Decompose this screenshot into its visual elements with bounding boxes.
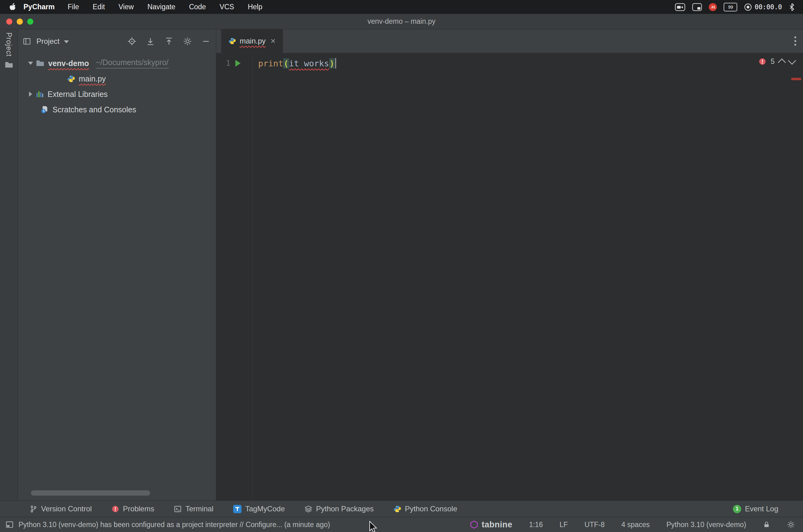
encoding-widget[interactable]: UTF-8 — [585, 520, 605, 529]
next-error-icon[interactable] — [788, 56, 796, 65]
interpreter-widget[interactable]: Python 3.10 (venv-demo) — [667, 520, 746, 529]
tabnine-label: tabnine — [481, 520, 512, 530]
editor-tabbar: main.py — [216, 29, 803, 53]
project-folder-icon[interactable] — [5, 61, 13, 69]
locate-icon[interactable] — [127, 36, 137, 46]
toolwindow-problems[interactable]: Problems — [111, 505, 154, 513]
caret-position-widget[interactable]: 1:16 — [529, 520, 543, 529]
record-time: 00:00.0 — [754, 3, 782, 11]
run-line-icon[interactable] — [235, 60, 241, 66]
battery-icon[interactable]: 99 — [724, 3, 737, 12]
traffic-lights — [6, 19, 33, 25]
status-message[interactable]: Python 3.10 (venv-demo) has been configu… — [19, 520, 330, 529]
error-stripe-mark[interactable] — [791, 78, 801, 80]
problems-icon — [111, 505, 119, 513]
project-tool-icon — [23, 37, 31, 45]
macos-menubar: PyCharm File Edit View Navigate Code VCS… — [0, 0, 803, 14]
menubar-status-icons: .01 99 00:00.0 — [675, 3, 795, 12]
toolwindow-tagmycode[interactable]: TagMyCode — [233, 505, 285, 513]
lock-icon[interactable] — [763, 521, 770, 528]
token-print: print — [258, 59, 283, 68]
toolwindow-label: Python Console — [405, 505, 457, 513]
menu-view[interactable]: View — [112, 3, 141, 11]
editor-gutter: 1 — [216, 56, 253, 500]
statusbar: Python 3.10 (venv-demo) has been configu… — [0, 517, 803, 532]
tab-options-kebab-icon[interactable] — [795, 36, 796, 46]
toolwindow-version-control[interactable]: Version Control — [30, 505, 92, 513]
left-tool-stripe: Project — [0, 29, 18, 500]
line-separator-widget[interactable]: LF — [560, 520, 568, 529]
tree-row-venv-demo[interactable]: venv-demo ~/Documents/skypro/ — [18, 56, 216, 71]
collapse-all-icon[interactable] — [164, 36, 174, 46]
error-count: 5 — [770, 57, 774, 66]
terminal-icon — [174, 505, 182, 513]
toolwindow-label: TagMyCode — [245, 505, 285, 513]
tree-item-path: ~/Documents/skypro/ — [96, 58, 169, 69]
menu-navigate[interactable]: Navigate — [141, 3, 182, 11]
close-icon[interactable] — [271, 37, 275, 45]
scratches-icon — [41, 106, 49, 114]
display-icon[interactable] — [692, 3, 702, 11]
python-file-icon — [229, 37, 236, 45]
toolwindow-label: Python Packages — [316, 505, 374, 513]
code-line-1[interactable]: print(it works) — [253, 56, 803, 71]
code-area[interactable]: print(it works) — [253, 56, 803, 500]
apple-icon[interactable] — [8, 3, 17, 11]
project-stripe-button[interactable]: Project — [5, 32, 13, 57]
tag-icon — [233, 505, 241, 513]
bluetooth-icon[interactable] — [789, 3, 795, 12]
gear-icon[interactable] — [787, 520, 795, 529]
toolwindow-label: Problems — [123, 505, 154, 513]
caret-down-icon[interactable] — [64, 40, 69, 43]
project-view-selector[interactable]: Project — [36, 37, 60, 46]
expand-all-icon[interactable] — [145, 36, 156, 46]
panel-header-actions — [127, 36, 211, 46]
token-open-paren: ( — [283, 58, 289, 69]
toolwindow-python-console[interactable]: Python Console — [394, 505, 457, 513]
inspection-widget[interactable]: 5 — [759, 57, 795, 66]
chevron-down-icon[interactable] — [28, 62, 33, 65]
toolwindow-event-log[interactable]: 1 Event Log — [733, 505, 778, 513]
tree-item-label: External Libraries — [48, 90, 108, 99]
tree-row-external-libraries[interactable]: External Libraries — [18, 87, 216, 102]
libraries-icon — [36, 90, 44, 98]
tab-main-py[interactable]: main.py — [221, 29, 283, 53]
toolwindow-python-packages[interactable]: Python Packages — [305, 505, 374, 513]
menu-code[interactable]: Code — [182, 3, 213, 11]
editor-content[interactable]: 1 print(it works) 5 — [216, 53, 803, 500]
camera-icon[interactable] — [675, 3, 685, 11]
tree-row-scratches[interactable]: Scratches and Consoles — [18, 102, 216, 117]
branch-icon — [30, 505, 37, 513]
previous-error-icon[interactable] — [778, 58, 786, 66]
app-menu-pycharm[interactable]: PyCharm — [20, 3, 61, 11]
menu-file[interactable]: File — [61, 3, 86, 11]
tree-item-label: main.py — [79, 74, 106, 83]
gear-icon[interactable] — [183, 36, 193, 46]
indent-widget[interactable]: 4 spaces — [621, 520, 650, 529]
hide-icon[interactable] — [201, 36, 211, 46]
tree-row-main-py[interactable]: main.py — [18, 71, 216, 87]
line-number: 1 — [216, 59, 231, 68]
editor-area: main.py 1 print(it works) — [216, 29, 803, 500]
menu-help[interactable]: Help — [241, 3, 269, 11]
minimize-window-button[interactable] — [17, 19, 23, 25]
tabnine-widget[interactable]: tabnine — [470, 520, 512, 530]
toolwindow-terminal[interactable]: Terminal — [174, 505, 214, 513]
python-icon — [394, 505, 401, 513]
toolwindow-label: Terminal — [185, 505, 214, 513]
chevron-right-icon[interactable] — [29, 92, 32, 97]
menu-edit[interactable]: Edit — [86, 3, 112, 11]
record-badge-icon[interactable]: .01 — [709, 3, 717, 11]
record-timer-icon[interactable]: 00:00.0 — [744, 3, 782, 11]
token-close-paren: ) — [329, 58, 335, 69]
menu-vcs[interactable]: VCS — [213, 3, 241, 11]
main-area: Project Project — [0, 29, 803, 500]
zoom-window-button[interactable] — [27, 19, 33, 25]
project-panel-header: Project — [18, 29, 216, 53]
tree-item-label: venv-demo — [48, 59, 89, 68]
toolwindow-label: Event Log — [745, 505, 778, 513]
layout-icon[interactable] — [5, 520, 14, 529]
toolwindow-label: Version Control — [41, 505, 92, 513]
close-window-button[interactable] — [6, 19, 12, 25]
project-horizontal-scrollbar[interactable] — [31, 490, 150, 496]
